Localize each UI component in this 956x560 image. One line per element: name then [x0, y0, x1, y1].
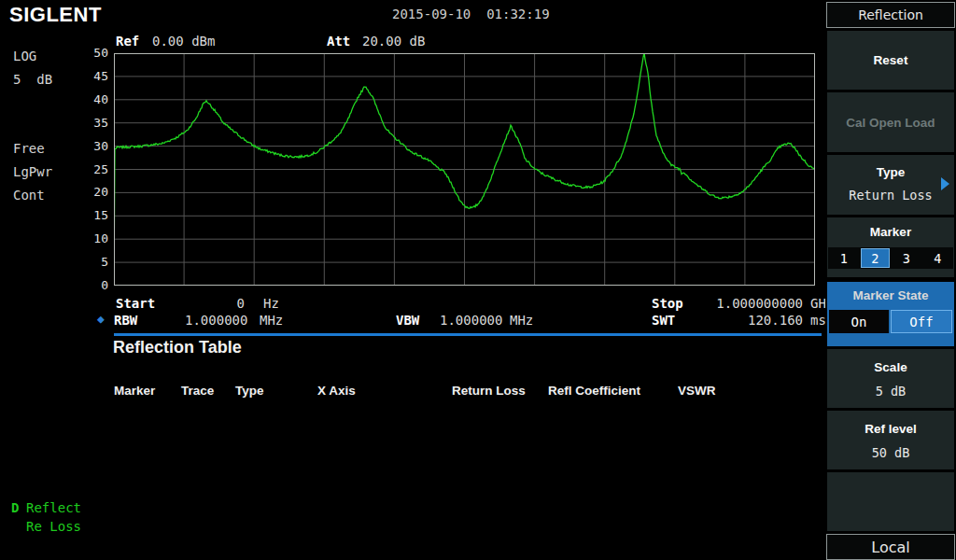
- reset-button[interactable]: Reset: [827, 31, 954, 90]
- scale-button[interactable]: Scale 5 dB: [827, 349, 954, 408]
- marker-state-label: Marker State: [827, 288, 954, 302]
- y-axis-tick: 35: [82, 116, 108, 130]
- preamp-label: LgPwr: [13, 164, 52, 179]
- column-header-return-loss: Return Loss: [452, 384, 526, 398]
- swt-value: 120.160: [708, 313, 803, 328]
- siglent-logo: SIGLENT: [9, 3, 102, 27]
- y-axis-tick: 30: [82, 139, 108, 153]
- y-axis-tick: 10: [82, 231, 108, 245]
- submenu-arrow-icon: [941, 177, 949, 190]
- att-value: 20.00 dB: [362, 34, 425, 49]
- y-axis-tick: 45: [82, 69, 108, 83]
- trigger-mode-label: Free: [13, 141, 45, 156]
- y-axis-tick: 40: [82, 92, 108, 106]
- column-header-trace: Trace: [181, 384, 214, 398]
- ref-value: 0.00 dBm: [152, 34, 215, 49]
- marker-select-label: Marker: [827, 225, 954, 239]
- type-button-value: Return Loss: [827, 188, 954, 203]
- marker-number-row: 1 2 3 4: [828, 247, 953, 269]
- rbw-label: RBW: [114, 313, 137, 328]
- menu-title: Reflection: [826, 2, 955, 28]
- column-header-x-axis: X Axis: [317, 384, 356, 398]
- datetime-display: 2015-09-10 01:32:19: [392, 7, 550, 21]
- trace-mode-label: Re Loss: [26, 519, 81, 534]
- marker-3-button[interactable]: 3: [892, 248, 921, 268]
- start-unit: Hz: [263, 296, 279, 311]
- trace-id-label: D: [11, 500, 19, 515]
- type-button[interactable]: Type Return Loss: [827, 155, 954, 215]
- marker-2-button[interactable]: 2: [861, 248, 891, 268]
- rbw-value: 1.000000: [185, 313, 246, 328]
- cal-open-load-label: Cal Open Load: [827, 116, 954, 130]
- marker-1-button[interactable]: 1: [829, 248, 859, 268]
- y-axis-tick: 25: [82, 162, 108, 176]
- sweep-mode-label: Cont: [13, 188, 45, 203]
- softkey-panel: Reflection Reset Cal Open Load Type Retu…: [825, 0, 956, 560]
- vbw-value: 1.000000: [440, 313, 501, 328]
- y-axis-tick: 5: [82, 255, 108, 269]
- start-value: 0: [187, 296, 245, 311]
- y-axis-tick: 50: [82, 46, 108, 60]
- scale-button-value: 5 dB: [827, 384, 954, 399]
- ref-label: Ref: [116, 34, 139, 49]
- analyzer-screen: SIGLENT 2015-09-10 01:32:19 LOG 5 dB Fre…: [0, 0, 956, 560]
- y-axis-tick: 20: [82, 185, 108, 199]
- vbw-label: VBW: [396, 313, 419, 328]
- marker-state-off-button[interactable]: Off: [891, 310, 952, 333]
- vbw-unit: MHz: [510, 313, 533, 328]
- marker-4-button[interactable]: 4: [923, 248, 953, 268]
- marker-diamond-icon: ◆: [97, 312, 105, 326]
- reset-button-label: Reset: [827, 53, 954, 67]
- ref-level-button[interactable]: Ref level 50 dB: [827, 411, 954, 469]
- marker-state-toggle: On Off: [829, 310, 952, 333]
- marker-state-on-button[interactable]: On: [829, 310, 889, 333]
- start-label: Start: [116, 296, 155, 311]
- scale-button-label: Scale: [827, 360, 954, 374]
- y-axis-tick: 0: [82, 278, 108, 292]
- column-header-type: Type: [235, 384, 264, 398]
- amplitude-mode-label: LOG: [13, 49, 36, 63]
- marker-state-button: Marker State On Off: [827, 282, 954, 346]
- local-button[interactable]: Local: [826, 534, 955, 560]
- trace-graph: [114, 53, 815, 286]
- swt-unit: ms: [810, 313, 826, 328]
- trace-name-label: Reflect: [26, 500, 81, 515]
- ref-level-button-value: 50 dB: [827, 445, 954, 460]
- reflection-table-title: Reflection Table: [113, 338, 242, 357]
- status-divider-line: [114, 333, 822, 336]
- ref-level-button-label: Ref level: [827, 422, 954, 436]
- type-button-label: Type: [827, 165, 954, 179]
- stop-value: 1.000000000: [696, 296, 803, 311]
- scale-per-div-label: 5 dB: [13, 72, 52, 87]
- stop-label: Stop: [652, 296, 683, 311]
- column-header-marker: Marker: [114, 384, 155, 398]
- y-axis-tick: 15: [82, 208, 108, 222]
- att-label: Att: [327, 34, 350, 49]
- swt-label: SWT: [652, 313, 675, 328]
- rbw-unit: MHz: [260, 313, 283, 328]
- empty-softkey: [827, 472, 954, 531]
- marker-select-button: Marker 1 2 3 4: [827, 217, 954, 277]
- column-header-vswr: VSWR: [678, 384, 716, 398]
- column-header-refl-coefficient: Refl Coefficient: [548, 384, 640, 398]
- cal-open-load-button[interactable]: Cal Open Load: [827, 92, 954, 152]
